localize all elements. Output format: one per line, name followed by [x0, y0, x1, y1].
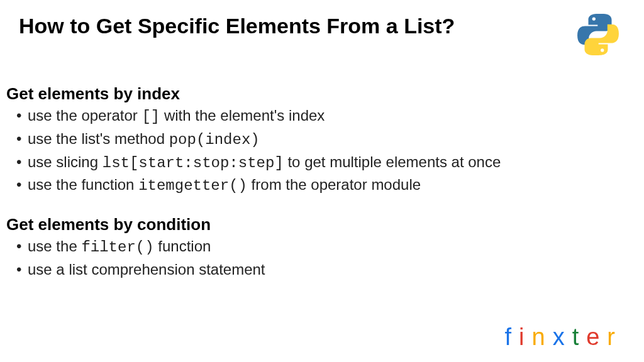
brand-letter: t — [572, 324, 587, 350]
brand-logo: finxter — [504, 324, 623, 351]
section-heading: Get elements by index — [6, 84, 638, 104]
brand-letter: r — [607, 324, 623, 350]
brand-letter: i — [519, 324, 531, 350]
text: function — [154, 238, 211, 255]
code-snippet: itemgetter() — [138, 177, 247, 194]
text: with the element's index — [160, 107, 325, 124]
list-item: use slicing lst[start:stop:step] to get … — [28, 151, 638, 175]
list-item: use the function itemgetter() from the o… — [28, 174, 638, 197]
text: to get multiple elements at once — [284, 153, 501, 170]
list-item: use the operator [] with the element's i… — [28, 105, 638, 128]
brand-letter: x — [553, 324, 572, 350]
section-by-condition: Get elements by condition use the filter… — [6, 215, 638, 282]
list-item: use the filter() function — [28, 236, 638, 259]
bullet-list: use the filter() function use a list com… — [6, 236, 638, 282]
text: use the function — [28, 176, 138, 193]
text: use the — [28, 238, 81, 255]
text: from the operator module — [247, 176, 421, 193]
brand-letter: e — [586, 324, 607, 350]
list-item: use the list's method pop(index) — [28, 128, 638, 151]
brand-letter: f — [504, 324, 519, 350]
text: use slicing — [28, 153, 103, 170]
section-heading: Get elements by condition — [6, 215, 638, 234]
brand-letter: n — [532, 324, 553, 350]
code-snippet: [] — [142, 108, 160, 125]
bullet-list: use the operator [] with the element's i… — [6, 105, 638, 197]
text: use the operator — [28, 107, 142, 124]
content-area: Get elements by index use the operator [… — [0, 60, 644, 282]
list-item: use a list comprehension statement — [28, 259, 638, 282]
text: use a list comprehension statement — [28, 261, 265, 278]
text: use the list's method — [28, 130, 169, 147]
code-snippet: pop(index) — [169, 131, 260, 148]
python-logo-icon — [575, 11, 621, 60]
code-snippet: filter() — [81, 239, 153, 256]
page-title: How to Get Specific Elements From a List… — [19, 14, 455, 38]
section-by-index: Get elements by index use the operator [… — [6, 84, 638, 197]
code-snippet: lst[start:stop:step] — [103, 155, 284, 172]
